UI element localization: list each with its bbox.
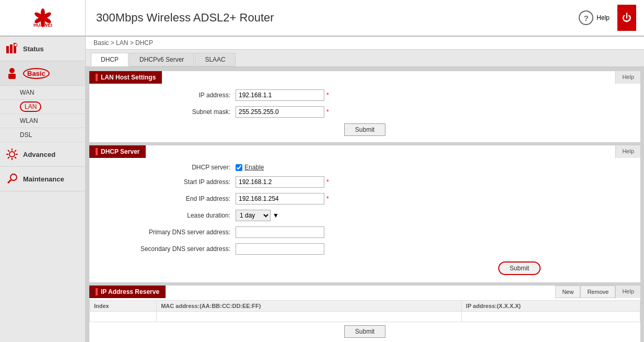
huawei-logo-svg: HUAWEI <box>27 8 58 28</box>
dhcp-enable-row: DHCP server: Enable <box>89 161 640 174</box>
end-ip-input[interactable] <box>236 193 324 204</box>
tab-slaac[interactable]: SLAAC <box>195 53 235 66</box>
subnet-mask-label: Subnet mask: <box>89 108 236 116</box>
svg-point-23 <box>10 174 17 180</box>
sidebar-maintenance-label: Maintenance <box>23 175 64 183</box>
secondary-dns-input[interactable] <box>236 243 324 255</box>
lan-host-submit-button[interactable]: Submit <box>344 123 385 136</box>
sidebar-item-advanced[interactable]: Advanced <box>0 142 85 167</box>
end-ip-row: End IP address: * <box>89 190 640 207</box>
sidebar-item-status[interactable]: ✓ Status <box>0 37 85 61</box>
sidebar-wlan-label: WLAN <box>20 117 38 124</box>
col-ip: IP address:(X.X.X.X) <box>462 301 640 312</box>
sidebar-item-basic[interactable]: Basic <box>0 61 85 86</box>
header-title: 300Mbps Wireless ADSL2+ Router <box>86 11 579 25</box>
ip-reserve-section: IP Address Reserve New Remove Help <box>89 285 641 342</box>
ip-reserve-help[interactable]: Help <box>615 286 640 298</box>
lease-select[interactable]: 1 day 2 days 3 days 1 week <box>236 210 271 221</box>
basic-icon <box>5 66 19 80</box>
help-icon: ? <box>579 10 593 25</box>
breadcrumb: Basic > LAN > DHCP <box>86 37 644 50</box>
sidebar-advanced-label: Advanced <box>23 151 55 158</box>
sidebar-sub-dsl[interactable]: DSL <box>0 128 85 142</box>
ip-address-row: IP address: * <box>89 87 640 104</box>
help-button[interactable]: ? Help <box>579 10 610 25</box>
subnet-mask-row: Subnet mask: * <box>89 104 640 120</box>
svg-line-19 <box>8 150 9 152</box>
dhcp-server-submit-button[interactable]: Submit <box>498 261 541 275</box>
logo-area: HUAWEI <box>0 0 86 36</box>
ip-address-label: IP address: <box>89 92 236 99</box>
dhcp-enable-label: Enable <box>244 164 264 171</box>
tab-bar: DHCP DHCPv6 Server SLAAC <box>86 50 644 67</box>
tab-dhcp[interactable]: DHCP <box>91 53 128 66</box>
sidebar: ✓ Status Basic WAN LAN WLAN DSL <box>0 37 86 342</box>
secondary-dns-row: Secondary DNS server address: <box>89 241 640 257</box>
lan-host-submit-row: Submit <box>89 120 640 139</box>
svg-line-22 <box>8 157 9 158</box>
primary-dns-row: Primary DNS server address: <box>89 224 640 241</box>
lease-row: Lease duration: 1 day 2 days 3 days 1 we… <box>89 207 640 224</box>
status-icon: ✓ <box>5 42 19 55</box>
primary-dns-label: Primary DNS server address: <box>89 229 236 236</box>
col-index: Index <box>90 301 157 312</box>
dhcp-server-label: DHCP server: <box>89 164 236 171</box>
maintenance-icon <box>5 172 19 186</box>
advanced-icon <box>5 147 19 161</box>
sidebar-sub-lan[interactable]: LAN <box>0 100 85 114</box>
new-button[interactable]: New <box>555 286 580 298</box>
sidebar-item-maintenance[interactable]: Maintenance <box>0 167 85 191</box>
remove-button[interactable]: Remove <box>580 286 615 298</box>
ip-required: * <box>326 92 329 99</box>
subnet-mask-input[interactable] <box>236 106 324 118</box>
svg-point-12 <box>9 68 15 73</box>
dhcp-server-help[interactable]: Help <box>615 145 640 158</box>
header-accent <box>96 74 98 81</box>
dhcp-server-header: DHCP Server <box>89 145 146 158</box>
lan-host-help[interactable]: Help <box>615 71 640 84</box>
start-ip-label: Start IP address: <box>89 178 236 186</box>
svg-rect-7 <box>6 46 9 53</box>
svg-line-20 <box>15 157 16 158</box>
ip-reserve-title: IP Address Reserve <box>101 288 159 295</box>
ip-address-input[interactable] <box>236 89 324 101</box>
svg-text:✓: ✓ <box>15 44 17 47</box>
secondary-dns-label: Secondary DNS server address: <box>89 245 236 253</box>
end-ip-label: End IP address: <box>89 195 236 202</box>
sidebar-sub-wan[interactable]: WAN <box>0 86 85 100</box>
ip-reserve-header: IP Address Reserve <box>89 286 166 298</box>
subnet-required: * <box>326 108 329 116</box>
col-mac: MAC address:(AA:BB:CC:DD:EE:FF) <box>157 301 462 312</box>
lan-host-title: LAN Host Settings <box>101 74 156 81</box>
ip-reserve-table: Index MAC address:(AA:BB:CC:DD:EE:FF) IP… <box>89 300 640 322</box>
start-ip-row: Start IP address: * <box>89 174 640 190</box>
content-area: Basic > LAN > DHCP DHCP DHCPv6 Server SL… <box>86 37 644 342</box>
sidebar-sub-wlan[interactable]: WLAN <box>0 114 85 128</box>
svg-point-14 <box>9 152 15 157</box>
dhcp-server-section: DHCP Server Help DHCP server: Enable <box>89 145 641 283</box>
lease-label: Lease duration: <box>89 212 236 219</box>
sidebar-basic-label: Basic <box>23 68 50 79</box>
tab-dhcpv6[interactable]: DHCPv6 Server <box>130 53 194 66</box>
ip-reserve-submit-button[interactable]: Submit <box>344 325 385 338</box>
sidebar-status-label: Status <box>23 45 44 53</box>
dhcp-server-submit-row: Submit <box>89 257 640 279</box>
svg-line-21 <box>15 150 16 152</box>
svg-rect-8 <box>10 44 13 53</box>
svg-text:HUAWEI: HUAWEI <box>33 22 52 28</box>
help-label: Help <box>596 14 610 21</box>
lan-host-settings-header: LAN Host Settings <box>89 71 162 84</box>
svg-rect-13 <box>8 74 16 79</box>
lan-host-settings-section: LAN Host Settings Help IP address: * <box>89 71 641 143</box>
ip-reserve-submit-row: Submit <box>89 322 640 341</box>
power-button[interactable]: ⏻ <box>617 5 636 31</box>
router-title: 300Mbps Wireless ADSL2+ Router <box>96 11 274 24</box>
start-ip-input[interactable] <box>236 176 324 188</box>
sidebar-wan-label: WAN <box>20 89 34 96</box>
table-row-empty <box>90 312 640 322</box>
dhcp-enable-checkbox[interactable] <box>236 164 242 171</box>
sidebar-lan-label: LAN <box>20 101 41 112</box>
sidebar-dsl-label: DSL <box>20 131 32 139</box>
breadcrumb-text: Basic > LAN > DHCP <box>93 39 153 47</box>
primary-dns-input[interactable] <box>236 226 324 238</box>
